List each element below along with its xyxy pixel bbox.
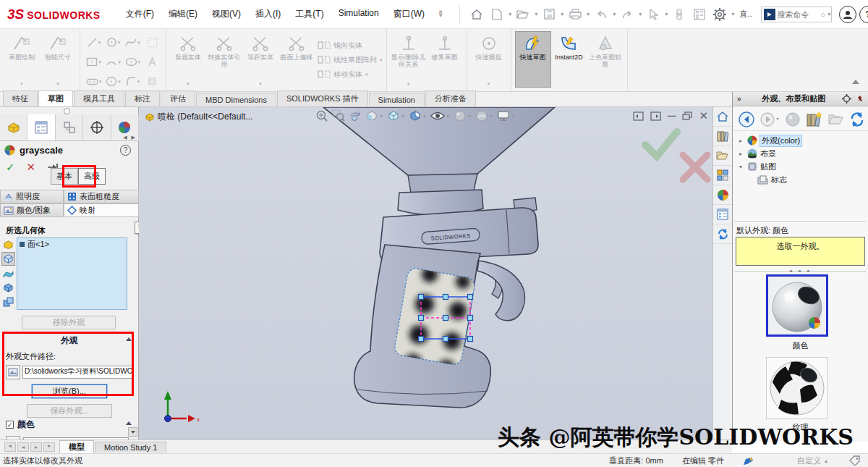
display-style-icon[interactable]: ▾ [409, 109, 427, 122]
zoom-fit-icon[interactable] [315, 109, 328, 122]
zoom-area-icon[interactable] [332, 109, 345, 122]
command-tab[interactable]: 分析准备 [425, 91, 476, 106]
properties-icon[interactable] [690, 5, 709, 24]
rapid-sketch-button[interactable]: 快速草图 [515, 31, 551, 88]
panel-scroll-down[interactable] [128, 427, 137, 437]
save-caret-icon[interactable]: ▾ [561, 11, 563, 17]
ribbon-button[interactable]: 等距实体 ▾ [242, 31, 278, 88]
section-view-icon[interactable]: ▾ [365, 109, 383, 122]
customize-caret-icon[interactable]: ▴ [825, 458, 827, 464]
customize-menu[interactable]: 自定义 [797, 455, 821, 466]
menu-item[interactable]: 插入(I) [249, 5, 287, 23]
command-tab[interactable]: Simulation [369, 93, 425, 106]
ellipse-icon[interactable]: ▾ [123, 52, 142, 72]
library-books-icon[interactable] [806, 111, 823, 127]
surface-finish-tab[interactable]: 表面粗糙度 [64, 190, 139, 203]
account-icon[interactable] [839, 6, 856, 23]
ribbon-button[interactable]: 修复草图 ▾ [427, 31, 463, 88]
edit-appearance-icon[interactable]: ▾ [454, 109, 472, 122]
feature-manager-tab[interactable] [0, 114, 27, 140]
pane-left-icon[interactable] [633, 112, 644, 121]
open-library-icon[interactable] [828, 113, 844, 125]
ribbon-collapse-icon[interactable] [852, 80, 859, 84]
design-library-icon[interactable] [713, 127, 732, 146]
point-icon[interactable] [142, 72, 162, 91]
file-explorer-icon[interactable] [713, 146, 732, 166]
menu-item[interactable]: 工具(T) [289, 5, 330, 23]
basic-mode-button[interactable]: 基本 [51, 168, 78, 185]
cancel-button[interactable]: ✕ [27, 161, 36, 174]
text-icon[interactable] [142, 52, 162, 72]
menu-item[interactable]: Simulation [332, 5, 386, 23]
doc-minimize-icon[interactable]: ─ [668, 109, 676, 122]
ribbon-button[interactable]: 转换实体引用 ▾ [206, 31, 242, 88]
face-filter-icon[interactable] [1, 252, 15, 266]
color-appearance-thumbnail[interactable] [766, 274, 828, 337]
spray-gun-model[interactable]: SOLIDWORKS [139, 107, 712, 442]
cancel-x-icon[interactable] [683, 155, 707, 180]
plane-icon[interactable] [142, 33, 162, 52]
collapse-appearance-icon[interactable] [126, 337, 132, 341]
redo-caret-icon[interactable]: ▾ [639, 11, 642, 17]
surface-filter-icon[interactable] [1, 266, 15, 280]
tree-item-scenes[interactable]: ▸ 布景 [736, 147, 866, 160]
open-caret-icon[interactable]: ▾ [535, 11, 537, 17]
line-icon[interactable]: ▾ [84, 33, 103, 52]
ribbon-small-button[interactable]: 移动实体 ▾ [318, 70, 383, 80]
search-input[interactable] [778, 10, 821, 19]
ribbon-button[interactable]: 草图绘制 ▾ [4, 31, 40, 88]
prev-sheet-icon[interactable]: ◂ [17, 442, 29, 452]
select-icon[interactable] [644, 5, 663, 24]
view-settings-icon[interactable]: ▾ [497, 110, 515, 122]
forward-icon[interactable] [760, 112, 780, 127]
multibody-filter-icon[interactable] [1, 295, 15, 309]
ribbon-button[interactable]: 剪裁实体 ▾ [170, 31, 206, 88]
spline-icon[interactable]: ▾ [123, 33, 142, 52]
doc-restore-icon[interactable] [682, 112, 692, 120]
polygon-icon[interactable]: ▾ [103, 72, 123, 91]
selected-geometry-list[interactable]: 面<1> [17, 237, 127, 310]
menu-pin-icon[interactable]: ✎ [435, 9, 446, 20]
slot-icon[interactable]: ▾ [84, 72, 103, 91]
new-document-icon[interactable] [488, 5, 506, 24]
command-tab[interactable]: SOLIDWORKS 插件 [277, 91, 368, 106]
sheet-tab[interactable]: 模型 [59, 440, 94, 453]
pm-help-icon[interactable]: ? [120, 145, 131, 156]
home-icon[interactable] [467, 5, 486, 24]
appearance-section-header[interactable]: 外观 [61, 335, 78, 347]
toggle-icon[interactable] [670, 5, 689, 24]
sheet-tab[interactable]: Motion Study 1 [95, 442, 166, 453]
selected-face-item[interactable]: 面<1> [19, 239, 125, 250]
fillet-icon[interactable]: ▾ [123, 72, 142, 91]
arc-icon[interactable]: ▾ [103, 52, 123, 72]
texture-appearance-thumbnail[interactable] [766, 357, 828, 419]
rectangle-icon[interactable]: ▾ [84, 52, 103, 72]
ribbon-small-button[interactable]: 镜向实体 ▾ [318, 41, 383, 51]
pane-right-icon[interactable] [650, 112, 661, 121]
property-manager-tab[interactable] [27, 114, 55, 140]
instant2d-button[interactable]: Instant2D [551, 31, 587, 88]
first-sheet-icon[interactable]: ⯇ [4, 442, 16, 452]
next-sheet-icon[interactable]: ▸ [30, 442, 42, 452]
sketch-status-icon[interactable] [743, 456, 754, 466]
appearances-tab-icon[interactable] [713, 185, 732, 205]
ribbon-small-button[interactable]: 线性草图阵列 ▾ [318, 55, 383, 65]
appearance-path-input[interactable]: D:\solidworks学习资料\SOLIDWORK [22, 366, 132, 379]
illumination-tab[interactable]: 照明度 [0, 190, 64, 203]
last-sheet-icon[interactable]: ⯈ [43, 442, 55, 452]
command-tab[interactable]: 特征 [3, 91, 38, 106]
part-filter-icon[interactable] [1, 237, 15, 251]
ribbon-button[interactable]: 显示/删除几何关系 ▾ [391, 31, 427, 88]
command-tab[interactable]: 评估 [161, 91, 195, 106]
back-icon[interactable] [739, 112, 754, 127]
color-section-header[interactable]: 颜色 [17, 418, 35, 431]
command-tab[interactable]: 模具工具 [74, 91, 124, 106]
tag-icon[interactable] [849, 455, 861, 466]
search-caret-icon[interactable]: ▾ [827, 11, 830, 17]
view-palette-icon[interactable] [713, 166, 732, 185]
circle-icon[interactable]: ▾ [103, 33, 123, 52]
appearance-sphere-icon[interactable] [785, 112, 801, 127]
command-tab[interactable]: 草图 [38, 91, 73, 106]
ribbon-button[interactable]: 曲面上偏移 ▾ [278, 31, 315, 88]
doc-close-icon[interactable]: ✕ [699, 109, 708, 122]
